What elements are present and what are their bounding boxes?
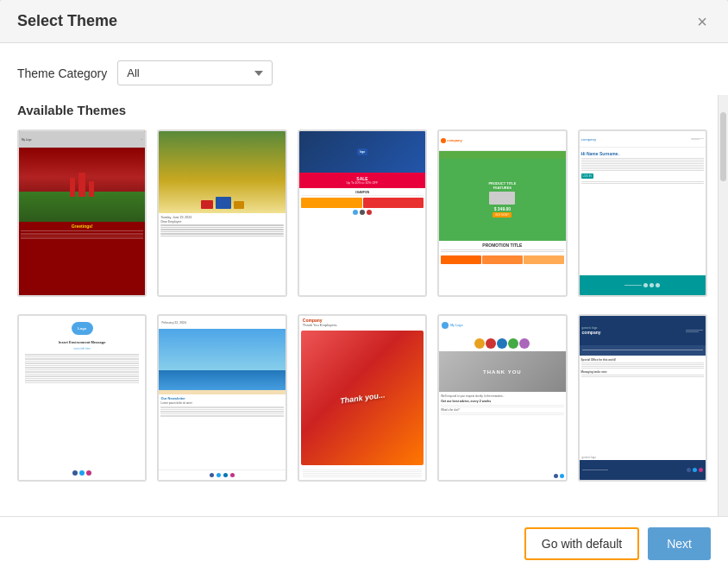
go-with-default-button[interactable]: Go with default [524, 527, 639, 560]
theme-preview-9: My Logo THANK YOU We'll respond to your … [439, 316, 565, 480]
themes-grid-row2: Logo Insert Environment Message some tit… [17, 314, 707, 482]
scrollbar-thumb[interactable] [720, 112, 726, 181]
theme-preview-6: Logo Insert Environment Message some tit… [19, 316, 145, 480]
theme-card-1[interactable]: My Logo··· Greetings! [17, 129, 147, 297]
theme-card-8[interactable]: Company Thank You Employees Thank you... [298, 314, 427, 482]
filter-label: Theme Category [17, 66, 107, 80]
theme-card-3[interactable]: logo SALE Up To 10% to 30% OFF CHAMPION [298, 129, 427, 297]
theme-card-4[interactable]: company PRODUCT TITLE FEATURES $ 349.00 … [437, 129, 567, 297]
select-theme-dialog: Select Theme × Theme Category All Holida… [0, 0, 728, 561]
theme-card-6[interactable]: Logo Insert Environment Message some tit… [17, 314, 147, 482]
next-button[interactable]: Next [648, 527, 711, 560]
theme-preview-4: company PRODUCT TITLE FEATURES $ 349.00 … [439, 131, 565, 295]
dialog-header: Select Theme × [0, 0, 728, 43]
theme-preview-10: generic logo company Special Office for … [580, 316, 706, 480]
theme-preview-7: February 22, 2024 Our Newsletter Lorem i… [159, 316, 285, 480]
filter-row: Theme Category All Holiday Corporate Tha… [17, 60, 707, 85]
theme-preview-3: logo SALE Up To 10% to 30% OFF CHAMPION [299, 131, 425, 295]
theme-card-7[interactable]: February 22, 2024 Our Newsletter Lorem i… [157, 314, 286, 482]
theme-category-select[interactable]: All Holiday Corporate Thank You Promotio… [117, 60, 273, 85]
themes-grid-row1: My Logo··· Greetings! [17, 129, 707, 297]
dialog-body: Theme Category All Holiday Corporate Tha… [0, 43, 728, 516]
close-button[interactable]: × [693, 13, 711, 30]
scrollbar-track[interactable] [718, 95, 728, 516]
theme-card-5[interactable]: company Hi Name Surname. [578, 129, 707, 297]
theme-preview-5: company Hi Name Surname. [580, 131, 706, 295]
dialog-title: Select Theme [17, 12, 117, 30]
dialog-footer: Go with default Next [0, 516, 728, 561]
theme-preview-8: Company Thank You Employees Thank you... [299, 316, 425, 480]
theme-card-10[interactable]: generic logo company Special Office for … [578, 314, 707, 482]
theme-preview-2: Sunday, June 29, 2024 Dear Employee [159, 131, 285, 295]
available-themes-title: Available Themes [17, 103, 707, 117]
theme-card-9[interactable]: My Logo THANK YOU We'll respond to your … [437, 314, 567, 482]
theme-preview-1: My Logo··· Greetings! [19, 131, 145, 295]
theme-card-2[interactable]: Sunday, June 29, 2024 Dear Employee [157, 129, 286, 297]
